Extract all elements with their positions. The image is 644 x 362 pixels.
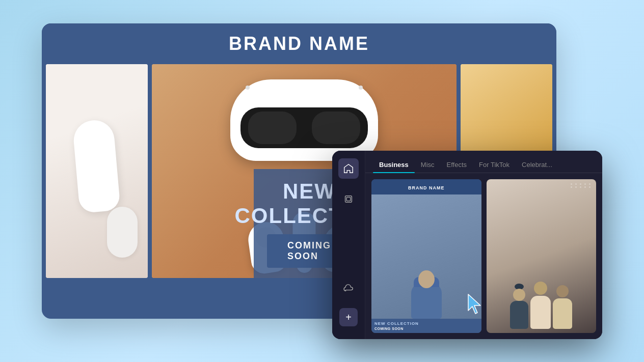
template-footer-title: NEW COLLECTION bbox=[374, 321, 478, 326]
sidebar-layers-button[interactable] bbox=[338, 189, 359, 209]
svg-marker-2 bbox=[468, 294, 480, 314]
svg-rect-0 bbox=[345, 196, 352, 202]
template-card-brand[interactable]: BRAND NAME NEW bbox=[371, 179, 481, 333]
tab-tiktok[interactable]: For TikTok bbox=[473, 157, 516, 173]
template-card-people[interactable] bbox=[487, 179, 597, 333]
app-sidebar: + bbox=[332, 151, 365, 339]
app-panel: + Business Misc Effects For TikTok bbox=[332, 151, 602, 339]
template-image-area bbox=[371, 194, 481, 319]
layers-icon bbox=[343, 193, 354, 205]
tab-effects[interactable]: Effects bbox=[441, 157, 473, 173]
scene: BRAND NAME bbox=[42, 23, 602, 339]
person-figure-2 bbox=[530, 282, 551, 329]
plus-icon: + bbox=[345, 312, 352, 322]
template-header: BRAND NAME bbox=[371, 179, 481, 194]
template-grid: BRAND NAME NEW bbox=[365, 173, 602, 339]
template-photo-bg bbox=[487, 179, 597, 333]
banner-title: BRAND NAME bbox=[229, 33, 369, 54]
cloud-icon bbox=[343, 282, 354, 293]
template-header-text: BRAND NAME bbox=[408, 185, 445, 190]
tab-celebrate[interactable]: Celebrat... bbox=[516, 157, 558, 173]
person-figure-3 bbox=[553, 285, 572, 329]
sidebar-cloud-button[interactable] bbox=[338, 277, 359, 298]
tab-business[interactable]: Business bbox=[373, 157, 415, 173]
sidebar-add-button[interactable]: + bbox=[339, 308, 358, 326]
template-footer-sub: COMING SOON bbox=[374, 327, 478, 330]
template-footer: NEW COLLECTION COMING SOON bbox=[371, 319, 481, 333]
person-figure-1 bbox=[510, 284, 528, 329]
app-tabs: Business Misc Effects For TikTok Celebra… bbox=[365, 151, 602, 173]
tab-misc[interactable]: Misc bbox=[415, 157, 441, 173]
sidebar-home-button[interactable] bbox=[338, 158, 359, 179]
app-main-content: Business Misc Effects For TikTok Celebra… bbox=[365, 151, 602, 339]
home-icon bbox=[343, 163, 354, 174]
cursor bbox=[466, 292, 481, 318]
banner-header: BRAND NAME bbox=[42, 23, 556, 64]
people-figures bbox=[510, 282, 572, 333]
svg-rect-1 bbox=[346, 197, 350, 201]
banner-image-left bbox=[46, 64, 148, 278]
cursor-arrow-icon bbox=[466, 292, 481, 315]
